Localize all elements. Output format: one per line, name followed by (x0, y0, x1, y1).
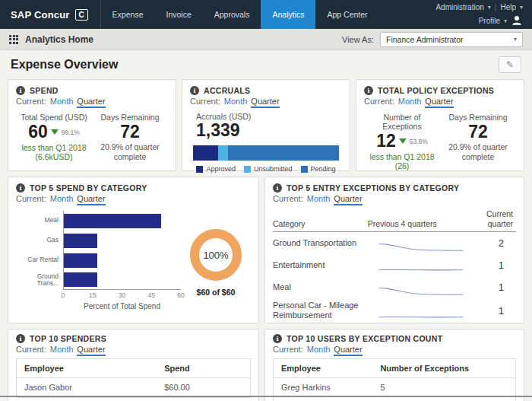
profile-avatar-icon[interactable] (511, 14, 523, 27)
nav-tab-invoice[interactable]: Invoice (154, 0, 202, 29)
view-as-select[interactable]: Finance Administrator ▾ (380, 32, 523, 47)
row-value: 1 (472, 305, 516, 317)
col-employee: Employee (17, 359, 157, 378)
total-spend-value: 60 (28, 123, 48, 142)
col-employee: Employee (274, 359, 372, 378)
bar-meal[interactable] (64, 214, 161, 228)
decrease-arrow-icon (399, 138, 407, 144)
tick-30: 30 (119, 291, 125, 299)
approved-segment (193, 145, 218, 161)
sap-concur-logo[interactable]: SAP Concur C (0, 0, 100, 29)
bar-car-rental[interactable] (64, 253, 97, 268)
quarter-complete-note: 20.9% of quarter complete (440, 142, 516, 162)
apps-grid-icon[interactable] (9, 35, 18, 44)
info-icon[interactable]: i (16, 183, 25, 193)
quarter-link[interactable]: Quarter (77, 194, 105, 205)
donut-center-label: 100% (203, 250, 228, 261)
bar-gas[interactable] (64, 234, 97, 248)
exceptions-count-value: 12 (376, 132, 396, 151)
month-link[interactable]: Month (50, 97, 74, 106)
video-scrubber-line (0, 396, 532, 397)
approved-swatch (196, 166, 203, 173)
info-icon[interactable]: i (273, 183, 282, 193)
bar-label-gas: Gas (16, 237, 63, 243)
view-as-group: View As: Finance Administrator ▾ (342, 32, 523, 47)
current-label: Current: (190, 97, 220, 106)
exception-count: 4 (372, 397, 515, 401)
table-row[interactable]: Personal Car - Mileage Reimbursement 1 (273, 298, 516, 323)
tick-0: 0 (62, 291, 65, 299)
top5-spend-card: i TOP 5 SPEND BY CATEGORY Current:MonthQ… (8, 177, 259, 323)
x-axis-label: Percent of Total Spend (63, 302, 181, 310)
analytics-home-label[interactable]: Analytics Home (25, 34, 93, 45)
nav-tab-app-center[interactable]: App Center (315, 0, 378, 29)
help-menu[interactable]: Help (500, 3, 516, 11)
spend-category-bar-chart: Meal Gas Car Rental Ground Trans... 0 15… (16, 211, 181, 310)
pending-swatch (301, 166, 308, 173)
edit-dashboard-button[interactable]: ✎ (499, 56, 521, 73)
table-row[interactable]: Ground Transportation 2 (273, 232, 516, 254)
table-row[interactable]: Greg Harkins 5 (274, 378, 515, 397)
table-row[interactable]: Jason Gabor 4 (274, 397, 515, 401)
table-row[interactable]: Jason Gabor $60.00 (17, 378, 250, 397)
employee-name: Jason Gabor (274, 397, 372, 401)
chevron-down-icon: ▾ (514, 36, 517, 43)
month-link[interactable]: Month (50, 194, 74, 203)
month-link[interactable]: Month (307, 345, 331, 354)
info-icon[interactable]: i (16, 86, 25, 95)
administration-menu[interactable]: Administration (435, 3, 483, 11)
nav-tab-expense[interactable]: Expense (101, 0, 155, 29)
info-icon[interactable]: i (273, 334, 282, 343)
table-row[interactable]: Entertainment 1 (273, 254, 516, 276)
x-axis-ticks: 0 15 30 45 60 (63, 291, 181, 300)
days-remaining-value: 72 (120, 123, 140, 142)
approved-legend-label: Approved (206, 165, 236, 173)
row-value: 1 (472, 259, 516, 271)
chevron-down-icon: ▾ (520, 4, 523, 11)
exceptions-delta-pct: 53.8% (410, 138, 428, 145)
nav-tab-analytics[interactable]: Analytics (261, 0, 315, 29)
month-link[interactable]: Month (307, 194, 331, 203)
quarter-link[interactable]: Quarter (77, 97, 105, 108)
bar-ground-trans[interactable] (64, 272, 97, 287)
quarter-link[interactable]: Quarter (77, 345, 105, 356)
decrease-arrow-icon (51, 129, 59, 135)
policy-card-title: TOTAL POLICY EXCEPTIONS (378, 86, 494, 95)
unsubmitted-legend-label: Unsubmitted (254, 165, 293, 173)
days-remaining-value: 72 (468, 123, 488, 142)
month-link[interactable]: Month (50, 345, 74, 354)
spend-card: i SPEND Current:MonthQuarter Total Spend… (8, 79, 176, 171)
col-exception-count: Number of Exceptions (372, 359, 515, 378)
policy-exceptions-card: i TOTAL POLICY EXCEPTIONS Current:MonthQ… (356, 79, 524, 171)
trend-sparkline (368, 286, 474, 298)
top10-spenders-card: i TOP 10 SPENDERS Current:MonthQuarter E… (8, 329, 259, 401)
edit-pencil-icon: ✎ (506, 60, 514, 69)
month-link[interactable]: Month (224, 97, 248, 106)
exceptions-count-label: Number of Exceptions (364, 113, 440, 131)
page-header: Expense Overview ✎ (0, 50, 532, 77)
quarter-link[interactable]: Quarter (334, 194, 362, 205)
info-icon[interactable]: i (364, 86, 373, 95)
trend-sparkline (368, 264, 474, 276)
exceptions-comparison: less than Q1 2018 (26) (364, 152, 440, 170)
profile-menu[interactable]: Profile (479, 17, 500, 25)
current-label: Current: (273, 194, 303, 203)
month-link[interactable]: Month (398, 97, 422, 106)
chevron-down-icon: ▾ (504, 18, 507, 24)
main-nav: Expense Invoice Approvals Analytics App … (100, 0, 379, 29)
current-label: Current: (16, 345, 46, 354)
spend-amount: $60.00 (157, 378, 250, 397)
quarter-link[interactable]: Quarter (334, 345, 362, 356)
nav-tab-approvals[interactable]: Approvals (203, 0, 261, 29)
table-row[interactable]: Meal 1 (273, 276, 516, 298)
col-prev-quarters: Previous 4 quarters (368, 219, 473, 228)
info-icon[interactable]: i (190, 86, 199, 95)
quarter-link[interactable]: Quarter (425, 97, 453, 108)
tick-15: 15 (89, 291, 96, 299)
row-category: Ground Transportation (273, 236, 368, 250)
info-icon[interactable]: i (16, 334, 25, 343)
donut-ring[interactable]: 100% (190, 229, 242, 281)
row-category: Personal Car - Mileage Reimbursement (273, 298, 368, 323)
top10-users-title: TOP 10 USERS BY EXCEPTION COUNT (287, 334, 442, 343)
quarter-link[interactable]: Quarter (251, 97, 279, 108)
